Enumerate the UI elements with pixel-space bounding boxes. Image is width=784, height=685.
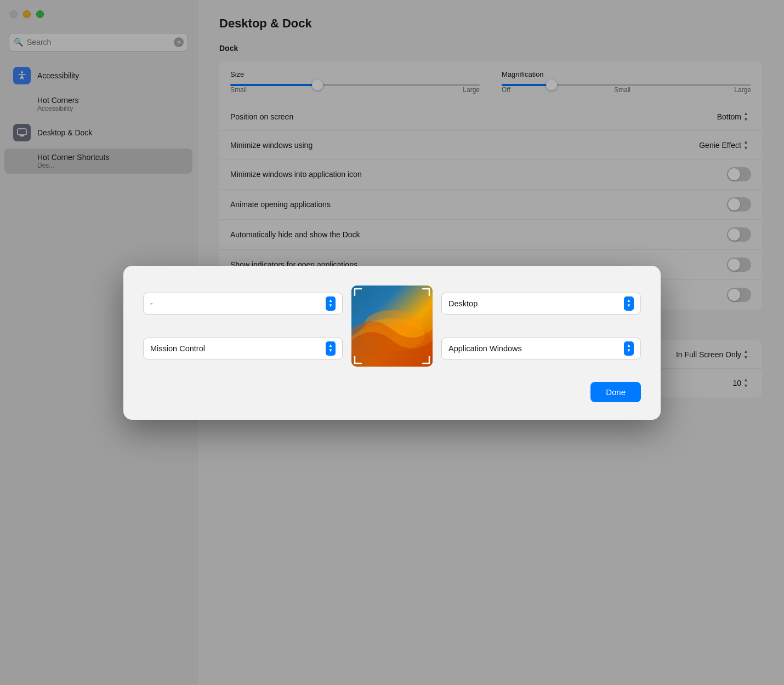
macos-wallpaper [351, 286, 433, 367]
top-left-corner-value: - [150, 299, 153, 308]
done-button[interactable]: Done [590, 382, 641, 402]
bottom-left-corner-select[interactable]: Mission Control ▲ ▼ [143, 338, 343, 359]
top-right-corner-arrows[interactable]: ▲ ▼ [624, 296, 634, 311]
top-left-corner-select[interactable]: - ▲ ▼ [143, 293, 343, 315]
bottom-right-corner-value: Application Windows [448, 344, 522, 353]
top-right-corner-value: Desktop [448, 299, 478, 308]
top-left-corner-arrows[interactable]: ▲ ▼ [326, 296, 336, 311]
hot-corners-modal: - ▲ ▼ [123, 266, 661, 420]
main-window: 🔍 hot cor ✕ Accessibility Hot Corners Ac… [0, 0, 784, 685]
modal-overlay: - ▲ ▼ [0, 0, 784, 685]
bottom-left-corner-value: Mission Control [150, 344, 205, 353]
bottom-right-corner-arrows[interactable]: ▲ ▼ [624, 341, 634, 356]
corner-image [351, 286, 433, 367]
modal-done-row: Done [143, 382, 641, 402]
bottom-left-corner-arrows[interactable]: ▲ ▼ [326, 341, 336, 356]
top-right-corner-select[interactable]: Desktop ▲ ▼ [441, 293, 641, 315]
corners-grid: - ▲ ▼ [143, 286, 641, 367]
bottom-right-corner-select[interactable]: Application Windows ▲ ▼ [441, 338, 641, 359]
